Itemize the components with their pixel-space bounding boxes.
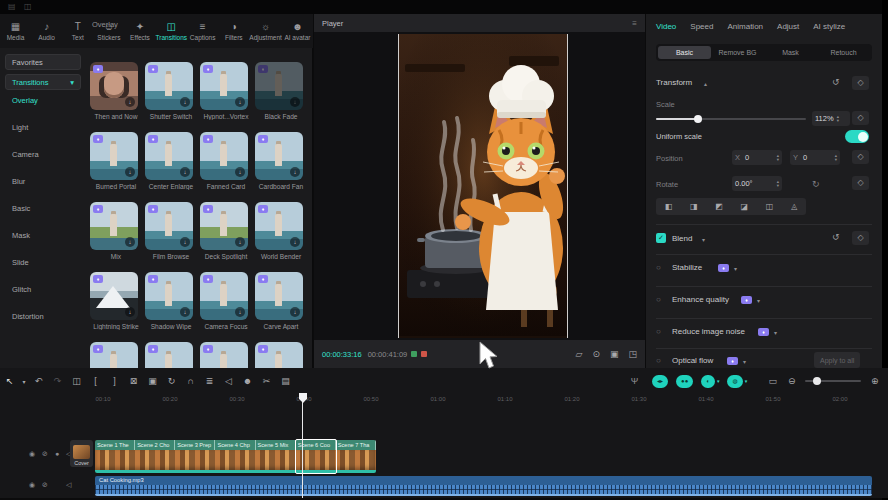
sidebar-item-slide[interactable]: Slide [12, 258, 29, 267]
ratio-icon[interactable]: ▱ [576, 349, 583, 359]
transitions-category-dropdown[interactable]: Transitions▾ [5, 74, 81, 90]
transition-item[interactable]: ♦↓Cardboard Fan [255, 132, 303, 202]
transition-thumbnail[interactable]: ♦ [90, 342, 138, 368]
transform-keyframe-icon[interactable]: ◇ [852, 76, 869, 90]
redo-icon[interactable]: ↷ [48, 376, 67, 386]
scissors-icon[interactable]: ✂ [257, 376, 276, 386]
transition-thumbnail[interactable]: ♦↓ [255, 132, 303, 180]
transition-item-partial[interactable]: ♦ [145, 342, 193, 368]
tab-speed[interactable]: Speed [690, 22, 713, 31]
scale-keyframe-icon[interactable]: ◇ [852, 111, 869, 125]
transition-thumbnail[interactable]: ♦↓ [145, 202, 193, 250]
transition-item[interactable]: ♦↓Black Fade [255, 62, 303, 132]
tab-effects[interactable]: ✦Effects [124, 22, 155, 41]
transition-thumbnail[interactable]: ♦↓ [145, 272, 193, 320]
sidebar-item-camera[interactable]: Camera [12, 150, 39, 159]
scene-segment[interactable]: Scene 5 Mix [256, 440, 296, 450]
track2-lock-icon[interactable]: ⊘ [42, 481, 48, 489]
transition-item-partial[interactable]: ♦ [200, 342, 248, 368]
rotate-left-icon[interactable]: ◩ [715, 202, 723, 211]
enhance-caret-icon[interactable]: ▾ [757, 297, 760, 304]
subtab-retouch[interactable]: Retouch [817, 46, 870, 59]
transition-thumbnail[interactable]: ♦ [255, 342, 303, 368]
player-menu-icon[interactable]: ≡ [632, 19, 637, 28]
transition-thumbnail[interactable]: ♦ [200, 342, 248, 368]
position-x-stepper[interactable]: ▴▾ [777, 154, 779, 162]
tab-ai-avatar[interactable]: ☻AI avatar [282, 22, 313, 41]
preview-quality-icon[interactable]: ▣ [610, 349, 619, 359]
mute-track-icon[interactable]: ◁ [219, 376, 238, 386]
sidebar-item-light[interactable]: Light [12, 123, 28, 132]
timeline-zoom-knob[interactable] [813, 377, 821, 385]
transition-item[interactable]: ♦↓Hypnot...Vortex [200, 62, 248, 132]
transform-section-title[interactable]: Transform [656, 78, 692, 87]
track-manager-icon[interactable]: ▤ [276, 376, 295, 386]
audio-clip[interactable]: Cat Cooking.mp3 [95, 476, 872, 496]
zoom-out-icon[interactable]: ⊖ [782, 376, 801, 386]
transition-item[interactable]: ♦↓Carve Apart [255, 272, 303, 342]
optical-caret-icon[interactable]: ▾ [743, 358, 746, 365]
flip-horizontal-icon[interactable]: ◧ [665, 202, 673, 211]
favorites-button[interactable]: Favorites [5, 54, 81, 70]
subtab-basic[interactable]: Basic [658, 46, 711, 59]
enhance-section-title[interactable]: Enhance quality [672, 295, 729, 304]
cover-button[interactable]: Cover [70, 440, 93, 467]
stabilize-section-title[interactable]: Stabilize [672, 263, 702, 272]
fill-icon[interactable]: ◬ [791, 202, 797, 211]
fullscreen-icon[interactable]: ◳ [628, 349, 637, 359]
transition-item[interactable]: ♦↓Center Enlarge [145, 132, 193, 202]
transform-reset-icon[interactable]: ↺ [832, 77, 840, 87]
optical-flow-section-title[interactable]: Optical flow [672, 356, 713, 365]
smart-tool-4-button[interactable]: ◍ [727, 375, 742, 388]
playhead-line[interactable] [302, 393, 303, 498]
fit-icon[interactable]: ◫ [766, 202, 774, 211]
noise-section-title[interactable]: Reduce image noise [672, 327, 745, 336]
smart-tool-1-button[interactable]: ◂▸ [652, 375, 668, 388]
transition-thumbnail[interactable]: ♦↓ [90, 62, 138, 110]
avatar-tool-icon[interactable]: ☻ [238, 376, 257, 386]
scene-segment[interactable]: Scene 7 Tha [336, 440, 376, 450]
tab-transitions[interactable]: ◫Transitions [156, 22, 188, 41]
sidebar-item-mask[interactable]: Mask [12, 231, 30, 240]
uniform-scale-toggle[interactable] [845, 130, 869, 143]
record-voiceover-icon[interactable]: Ψ [625, 376, 644, 386]
track1-lock-icon[interactable]: ⊘ [42, 450, 48, 458]
blend-section-title[interactable]: Blend [672, 234, 692, 243]
rotate-right-icon[interactable]: ◪ [741, 202, 749, 211]
track1-eye-icon[interactable]: ◉ [29, 450, 35, 458]
transition-thumbnail[interactable]: ♦↓ [90, 132, 138, 180]
optical-apply-icon[interactable]: ○ [656, 356, 661, 365]
blend-reset-icon[interactable]: ↺ [832, 232, 840, 242]
select-tool-caret-icon[interactable]: ▾ [19, 378, 29, 385]
video-frame[interactable] [398, 34, 568, 338]
trim-right-icon[interactable]: ] [105, 376, 124, 386]
transition-thumbnail[interactable]: ♦↓ [255, 202, 303, 250]
trim-left-icon[interactable]: [ [86, 376, 105, 386]
tab-adjust[interactable]: Adjust [777, 22, 799, 31]
sidebar-item-basic[interactable]: Basic [12, 204, 30, 213]
noise-caret-icon[interactable]: ▾ [774, 329, 777, 336]
transition-item[interactable]: ♦↓Deck Spotlight [200, 202, 248, 272]
transition-item-partial[interactable]: ♦ [255, 342, 303, 368]
position-y-stepper[interactable]: ▴▾ [835, 154, 837, 162]
scale-value-field[interactable]: 112% ▴▾ [812, 111, 850, 126]
split-icon[interactable]: ◫ [67, 376, 86, 386]
transition-thumbnail[interactable]: ♦↓ [145, 132, 193, 180]
transition-item[interactable]: ♦↓Camera Focus [200, 272, 248, 342]
enhance-apply-icon[interactable]: ○ [656, 295, 661, 304]
transition-thumbnail[interactable]: ♦↓ [145, 62, 193, 110]
transition-item[interactable]: ♦↓Fanned Card [200, 132, 248, 202]
flip-vertical-icon[interactable]: ◨ [690, 202, 698, 211]
tab-filters[interactable]: ◑Filters [218, 22, 249, 41]
sidebar-item-distortion[interactable]: Distortion [12, 312, 44, 321]
magnet-snap-icon[interactable]: ∩ [181, 376, 200, 386]
blend-checkbox[interactable]: ✓ [656, 233, 666, 243]
transition-thumbnail[interactable]: ♦↓ [255, 62, 303, 110]
preview-canvas[interactable] [314, 32, 645, 340]
zoom-in-icon[interactable]: ⊕ [865, 376, 884, 386]
apply-to-all-button[interactable]: Apply to all [814, 352, 860, 368]
noise-apply-icon[interactable]: ○ [656, 327, 661, 336]
tab-audio[interactable]: ♪Audio [31, 22, 62, 41]
scene-segment[interactable]: Scene 3 Prep [175, 440, 215, 450]
transition-thumbnail[interactable]: ♦↓ [200, 202, 248, 250]
